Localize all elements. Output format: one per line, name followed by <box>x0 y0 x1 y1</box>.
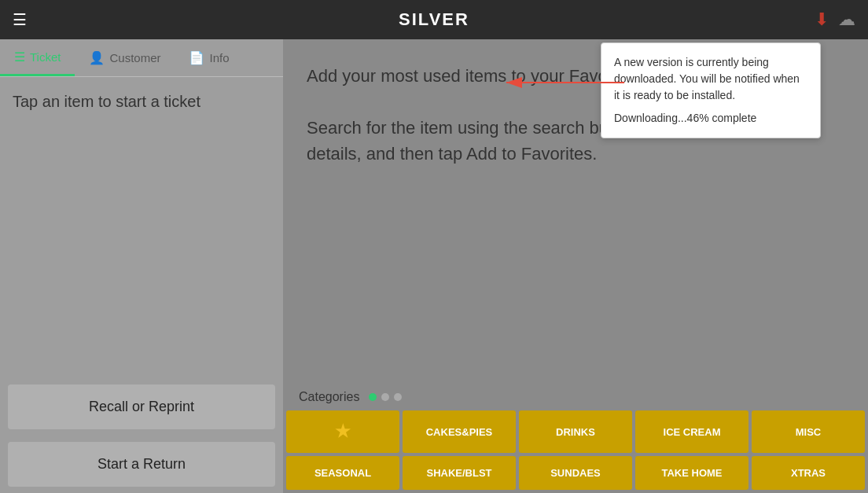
tab-info[interactable]: 📄 Info <box>175 39 243 76</box>
category-drinks-button[interactable]: DRINKS <box>519 410 632 453</box>
category-ice-cream-button[interactable]: ICE CREAM <box>635 410 748 453</box>
dot-indicators <box>369 393 402 401</box>
tab-customer[interactable]: 👤 Customer <box>75 39 175 76</box>
tab-bar: ☰ Ticket 👤 Customer 📄 Info <box>0 39 283 77</box>
cloud-icon[interactable]: ☁ <box>838 9 855 30</box>
category-row-2: SEASONAL SHAKE/BLST SUNDAES TAKE HOME XT… <box>283 456 868 493</box>
hamburger-icon[interactable]: ☰ <box>13 10 27 29</box>
tab-ticket-label: Ticket <box>30 50 61 64</box>
category-take-home-button[interactable]: TAKE HOME <box>635 456 748 490</box>
category-cakes-pies-button[interactable]: CAKES&PIES <box>403 410 516 453</box>
left-panel: ☰ Ticket 👤 Customer 📄 Info Tap an item t… <box>0 39 283 493</box>
category-row-1: ★ CAKES&PIES DRINKS ICE CREAM MISC <box>283 410 868 456</box>
categories-label: Categories <box>299 390 359 404</box>
category-sundaes-button[interactable]: SUNDAES <box>519 456 632 490</box>
main-layout: ☰ Ticket 👤 Customer 📄 Info Tap an item t… <box>0 39 868 493</box>
category-favorites-button[interactable]: ★ <box>286 410 399 453</box>
top-bar: ☰ SILVER ⬇ ☁ <box>0 0 868 39</box>
ticket-prompt: Tap an item to start a ticket <box>0 77 283 127</box>
tooltip-line2: Downloading...46% complete <box>614 110 807 127</box>
category-shake-blst-button[interactable]: SHAKE/BLST <box>403 456 516 490</box>
ticket-icon: ☰ <box>14 50 25 64</box>
tab-info-label: Info <box>209 51 229 64</box>
dot-2 <box>381 393 389 401</box>
info-icon: 📄 <box>189 50 204 65</box>
category-xtras-button[interactable]: XTRAS <box>752 456 865 490</box>
right-panel: A new version is currently being downloa… <box>283 39 868 493</box>
category-seasonal-button[interactable]: SEASONAL <box>286 456 399 490</box>
app-title: SILVER <box>399 9 469 30</box>
recall-reprint-button[interactable]: Recall or Reprint <box>8 384 275 429</box>
dot-1 <box>369 393 377 401</box>
tab-ticket[interactable]: ☰ Ticket <box>0 39 75 76</box>
customer-icon: 👤 <box>89 50 105 65</box>
categories-header: Categories <box>283 384 868 410</box>
start-return-button[interactable]: Start a Return <box>8 442 275 487</box>
tab-customer-label: Customer <box>109 51 160 64</box>
category-misc-button[interactable]: MISC <box>752 410 865 453</box>
dot-3 <box>394 393 402 401</box>
top-bar-right: ⬇ ☁ <box>815 9 855 30</box>
categories-section: Categories ★ CAKES&PIES DRINKS ICE CREAM… <box>283 384 868 493</box>
tooltip-line1: A new version is currently being downloa… <box>614 54 807 104</box>
download-icon[interactable]: ⬇ <box>815 9 829 30</box>
red-arrow <box>498 71 640 97</box>
